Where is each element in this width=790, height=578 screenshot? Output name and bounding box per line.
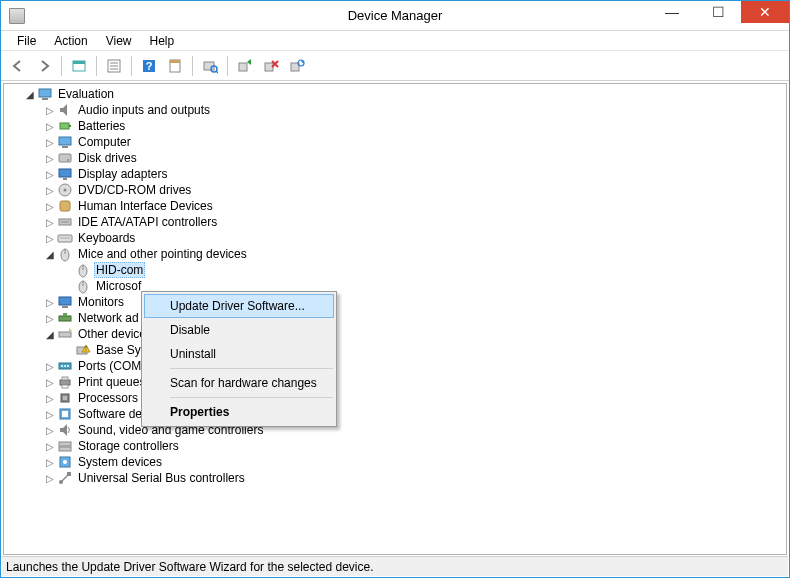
system-icon: [57, 454, 73, 470]
doc-icon: [167, 58, 183, 74]
other-icon: [57, 326, 73, 342]
tree-node[interactable]: ▷Computer: [4, 134, 786, 150]
tree-child-node[interactable]: HID-com: [4, 262, 786, 278]
tree-node[interactable]: ▷Human Interface Devices: [4, 198, 786, 214]
tree-node[interactable]: ▷IDE ATA/ATAPI controllers: [4, 214, 786, 230]
expand-icon[interactable]: ▷: [44, 294, 56, 310]
expand-icon[interactable]: ▷: [44, 166, 56, 182]
minimize-icon: —: [665, 4, 679, 20]
close-icon: ✕: [759, 4, 771, 20]
tree-node[interactable]: ▷Universal Serial Bus controllers: [4, 470, 786, 486]
menu-bar: File Action View Help: [1, 31, 789, 51]
update-driver-button[interactable]: [234, 55, 256, 77]
menu-action[interactable]: Action: [46, 32, 95, 50]
context-menu-item[interactable]: Uninstall: [144, 342, 334, 366]
tree-node[interactable]: ▷Audio inputs and outputs: [4, 102, 786, 118]
tree-node[interactable]: ▷Processors: [4, 390, 786, 406]
svg-rect-18: [42, 98, 48, 100]
maximize-icon: ☐: [712, 4, 725, 20]
svg-rect-20: [69, 125, 71, 127]
tree-node[interactable]: ▷Display adapters: [4, 166, 786, 182]
expand-icon[interactable]: ▷: [44, 150, 56, 166]
expand-icon[interactable]: ▷: [44, 102, 56, 118]
expand-icon[interactable]: ▷: [44, 358, 56, 374]
tree-node[interactable]: ▷Software devices: [4, 406, 786, 422]
menu-file[interactable]: File: [9, 32, 44, 50]
hid-icon: [57, 198, 73, 214]
minimize-button[interactable]: —: [649, 1, 695, 23]
tree-node[interactable]: ◢Mice and other pointing devices: [4, 246, 786, 262]
tree-node-label: IDE ATA/ATAPI controllers: [76, 215, 219, 229]
expand-icon[interactable]: ▷: [44, 454, 56, 470]
tree-child-node[interactable]: !Base Sys: [4, 342, 786, 358]
expand-icon[interactable]: ▷: [44, 374, 56, 390]
maximize-button[interactable]: ☐: [695, 1, 741, 23]
collapse-icon[interactable]: ◢: [44, 326, 56, 342]
cpu-icon: [57, 390, 73, 406]
tree-node[interactable]: ◢Other device: [4, 326, 786, 342]
device-tree-pane[interactable]: ◢Evaluation▷Audio inputs and outputs▷Bat…: [3, 83, 787, 555]
show-hide-console-button[interactable]: [68, 55, 90, 77]
help-button[interactable]: ?: [138, 55, 160, 77]
tree-node-label: HID-com: [94, 262, 145, 278]
tree-node[interactable]: ▷Storage controllers: [4, 438, 786, 454]
expand-icon[interactable]: ▷: [44, 438, 56, 454]
uninstall-button[interactable]: [260, 55, 282, 77]
tree-node[interactable]: ▷Disk drives: [4, 150, 786, 166]
action-button[interactable]: [164, 55, 186, 77]
back-button[interactable]: [7, 55, 29, 77]
software-icon: [57, 406, 73, 422]
expand-icon[interactable]: ▷: [44, 422, 56, 438]
disable-button[interactable]: [286, 55, 308, 77]
expand-icon[interactable]: ▷: [44, 182, 56, 198]
tree-node[interactable]: ▷DVD/CD-ROM drives: [4, 182, 786, 198]
tree-node[interactable]: ▷Print queues: [4, 374, 786, 390]
collapse-icon[interactable]: ◢: [44, 246, 56, 262]
svg-rect-54: [62, 377, 68, 380]
app-icon: [9, 8, 25, 24]
expand-icon[interactable]: ▷: [44, 230, 56, 246]
toggle-spacer: [62, 278, 74, 294]
scan-icon: [202, 58, 218, 74]
expand-icon[interactable]: ▷: [44, 310, 56, 326]
context-menu-item[interactable]: Properties: [144, 400, 334, 424]
tree-node[interactable]: ▷Sound, video and game controllers: [4, 422, 786, 438]
expand-icon[interactable]: ▷: [44, 214, 56, 230]
svg-rect-44: [59, 332, 71, 337]
menu-view[interactable]: View: [98, 32, 140, 50]
close-button[interactable]: ✕: [741, 1, 789, 23]
context-menu-separator: [170, 397, 333, 398]
expand-icon[interactable]: ▷: [44, 118, 56, 134]
properties-button[interactable]: [103, 55, 125, 77]
tree-node[interactable]: ▷Monitors: [4, 294, 786, 310]
expand-icon[interactable]: ▷: [44, 406, 56, 422]
tree-node-label: DVD/CD-ROM drives: [76, 183, 193, 197]
forward-button[interactable]: [33, 55, 55, 77]
tree-node[interactable]: ▷Batteries: [4, 118, 786, 134]
collapse-icon[interactable]: ◢: [24, 86, 36, 102]
expand-icon[interactable]: ▷: [44, 198, 56, 214]
toolbar-separator: [227, 56, 228, 76]
expand-icon[interactable]: ▷: [44, 470, 56, 486]
expand-icon[interactable]: ▷: [44, 134, 56, 150]
svg-rect-19: [60, 123, 69, 129]
tree-node[interactable]: ▷Ports (COM: [4, 358, 786, 374]
tree-node[interactable]: ▷Keyboards: [4, 230, 786, 246]
menu-help[interactable]: Help: [142, 32, 183, 50]
svg-text:!: !: [85, 345, 87, 352]
context-menu-item[interactable]: Scan for hardware changes: [144, 371, 334, 395]
context-menu-item[interactable]: Update Driver Software...: [144, 294, 334, 318]
disk-icon: [57, 150, 73, 166]
context-menu-item[interactable]: Disable: [144, 318, 334, 342]
tree-node[interactable]: ▷System devices: [4, 454, 786, 470]
tree-child-node[interactable]: Microsof: [4, 278, 786, 294]
tree-node-label: Monitors: [76, 295, 126, 309]
tree-root-node[interactable]: ◢Evaluation: [4, 86, 786, 102]
svg-rect-9: [170, 60, 180, 63]
tree-node[interactable]: ▷Network ad: [4, 310, 786, 326]
scan-button[interactable]: [199, 55, 221, 77]
expand-icon[interactable]: ▷: [44, 390, 56, 406]
storage-icon: [57, 438, 73, 454]
svg-rect-60: [59, 442, 71, 446]
tree-node-label: System devices: [76, 455, 164, 469]
